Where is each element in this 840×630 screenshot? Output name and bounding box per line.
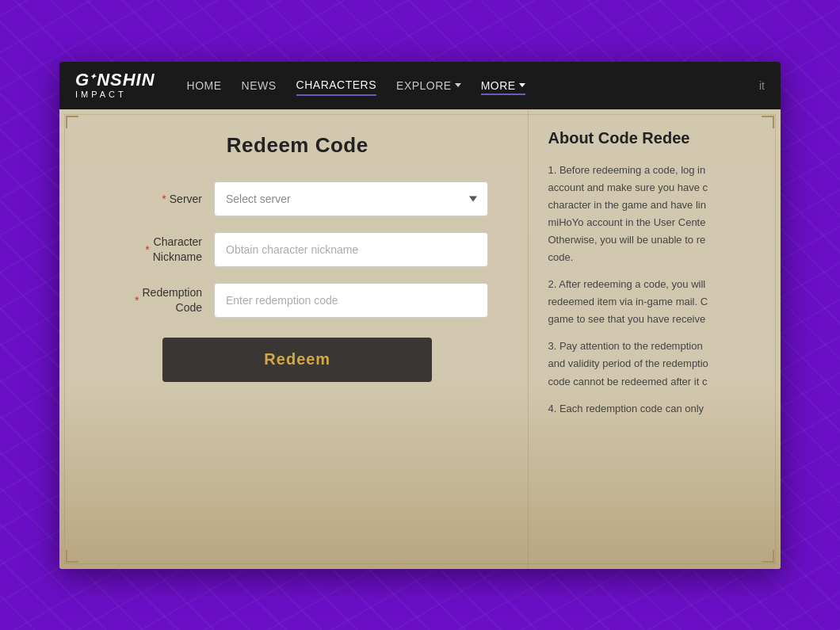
server-label: Server <box>170 193 202 205</box>
navbar: G✦NSHIN IMPACT HOME NEWS CHARACTERS EXPL… <box>59 62 781 109</box>
more-chevron-icon <box>519 83 525 87</box>
nav-news[interactable]: NEWS <box>242 76 277 95</box>
server-select[interactable]: Select server America Europe Asia TW/HK/… <box>214 181 488 216</box>
corner-top-left-decoration <box>66 116 78 128</box>
logo-impact-text: IMPACT <box>75 90 127 99</box>
corner-bottom-left-decoration <box>66 550 78 563</box>
redeem-title: Redeem Code <box>107 133 488 158</box>
nav-characters[interactable]: CHARACTERS <box>296 75 376 96</box>
about-title: About Code Redee <box>548 129 766 147</box>
about-text: 1. Before redeeming a code, log in accou… <box>548 162 766 418</box>
corner-top-right-decoration <box>762 116 774 128</box>
redemption-code-input[interactable] <box>214 283 488 318</box>
character-row: * Character Nickname <box>107 232 488 267</box>
nav-home[interactable]: HOME <box>187 76 222 95</box>
server-required-star: * <box>162 193 166 205</box>
about-point-2: 2. After redeeming a code, you will rede… <box>548 276 766 328</box>
content-area: Redeem Code * Server Select server Ameri… <box>59 109 781 569</box>
main-content: Redeem Code * Server Select server Ameri… <box>59 109 781 569</box>
nav-right-item: it <box>759 79 765 92</box>
about-point-4: 4. Each redemption code can only <box>548 400 766 418</box>
character-label-area: * Character Nickname <box>107 235 202 263</box>
redemption-label: Redemption Code <box>143 285 203 314</box>
redemption-field <box>214 283 488 318</box>
about-point-3: 3. Pay attention to the redemption and v… <box>548 338 766 390</box>
logo: G✦NSHIN IMPACT <box>75 71 155 99</box>
server-field: Select server America Europe Asia TW/HK/… <box>214 181 488 216</box>
redeem-button[interactable]: Redeem <box>162 338 432 382</box>
redeem-required-star: * <box>135 294 139 307</box>
redemption-row: * Redemption Code <box>107 283 488 318</box>
char-required-star: * <box>145 243 149 256</box>
nav-links: HOME NEWS CHARACTERS EXPLORE More <box>187 75 525 96</box>
nav-explore[interactable]: EXPLORE <box>396 76 461 95</box>
character-field <box>214 232 488 267</box>
about-point-1: 1. Before redeeming a code, log in accou… <box>548 162 766 267</box>
logo-genshin-text: G✦NSHIN <box>75 71 155 89</box>
character-input[interactable] <box>214 232 488 267</box>
corner-bottom-right-decoration <box>762 550 774 563</box>
about-panel: About Code Redee 1. Before redeeming a c… <box>529 109 781 569</box>
nav-more[interactable]: More <box>481 76 525 95</box>
redeem-panel: Redeem Code * Server Select server Ameri… <box>59 109 529 569</box>
browser-window: G✦NSHIN IMPACT HOME NEWS CHARACTERS EXPL… <box>59 62 781 569</box>
character-label: Character Nickname <box>153 235 202 263</box>
explore-chevron-icon <box>455 83 461 87</box>
redemption-label-area: * Redemption Code <box>107 285 202 314</box>
server-label-area: * Server <box>107 193 202 205</box>
server-row: * Server Select server America Europe As… <box>107 181 488 216</box>
